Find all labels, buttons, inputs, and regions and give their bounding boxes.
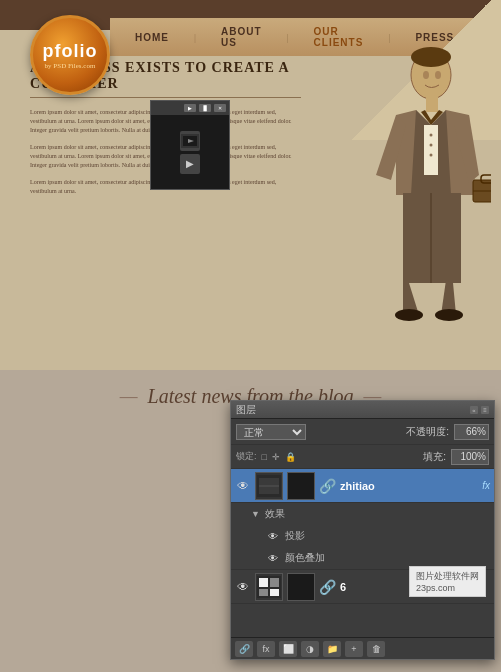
ps-mask-btn[interactable]: ⬜: [279, 641, 297, 657]
svg-point-2: [423, 71, 429, 79]
ps-collapse-btn[interactable]: «: [470, 406, 478, 414]
ps-lock-label: 锁定:: [236, 450, 257, 463]
ps-titlebar-buttons: « ≡: [470, 406, 489, 414]
ps-titlebar: 图层 « ≡: [231, 401, 494, 419]
man-illustration: [321, 35, 491, 325]
svg-rect-4: [426, 97, 438, 112]
layer-mask: [287, 472, 315, 500]
layer6-eye-icon[interactable]: 👁: [235, 579, 251, 595]
video-stop-btn[interactable]: ▐▌: [199, 104, 211, 112]
video-thumbnail-icon: [180, 131, 200, 151]
layer-eye-icon[interactable]: 👁: [235, 478, 251, 494]
video-body: ▶: [151, 115, 229, 189]
video-player: ▶ ▐▌ ✕ ▶: [150, 100, 230, 190]
ps-fx-btn[interactable]: fx: [257, 641, 275, 657]
ps-blend-mode-select[interactable]: 正常: [236, 424, 306, 440]
logo[interactable]: pfolio by PSD Files.com: [30, 15, 110, 95]
ps-delete-btn[interactable]: 🗑: [367, 641, 385, 657]
ps-lock-fill-row: 锁定: □ ✛ 🔒 填充:: [231, 445, 494, 469]
effects-row: ▼ 效果: [231, 503, 494, 525]
svg-rect-41: [270, 589, 279, 596]
ps-menu-btn[interactable]: ≡: [481, 406, 489, 414]
logo-sub: by PSD Files.com: [45, 62, 96, 70]
nav-about[interactable]: ABOUT US: [216, 24, 267, 50]
ps-opacity-label: 不透明度:: [406, 425, 449, 439]
color-overlay-eye[interactable]: 👁: [266, 551, 280, 565]
ps-blend-opacity-row: 正常 不透明度:: [231, 419, 494, 445]
ps-group-btn[interactable]: 📁: [323, 641, 341, 657]
ps-lock-checkbox[interactable]: □: [262, 452, 267, 462]
watermark-line2: 23ps.com: [416, 583, 479, 593]
svg-point-14: [395, 309, 423, 321]
ps-new-btn[interactable]: +: [345, 641, 363, 657]
svg-rect-39: [270, 578, 279, 587]
ps-link-btn[interactable]: 🔗: [235, 641, 253, 657]
svg-point-8: [430, 154, 433, 157]
effects-arrow: ▼: [251, 509, 260, 519]
ps-adj-btn[interactable]: ◑: [301, 641, 319, 657]
effects-label: 效果: [265, 507, 285, 521]
video-play-icon[interactable]: ▶: [180, 154, 200, 174]
svg-point-6: [430, 134, 433, 137]
ps-fill-label: 填充:: [423, 450, 446, 464]
layer6-thumb: [255, 573, 283, 601]
effects-group: ▼ 效果 👁 投影 👁 颜色叠加: [231, 503, 494, 570]
video-play-btn[interactable]: ▶: [184, 104, 196, 112]
svg-point-3: [435, 71, 441, 79]
layer-zhitiao[interactable]: 👁 🔗 zhitiao fx: [231, 469, 494, 503]
layer6-mask: [287, 573, 315, 601]
shadow-row: 👁 投影: [231, 525, 494, 547]
logo-text: pfolio: [43, 41, 98, 62]
watermark-line1: 图片处理软件网: [416, 570, 479, 583]
ps-panel-title: 图层: [236, 403, 256, 417]
svg-point-15: [435, 309, 463, 321]
layer-thumb: [255, 472, 283, 500]
shadow-eye[interactable]: 👁: [266, 529, 280, 543]
color-overlay-label: 颜色叠加: [285, 551, 325, 565]
ps-lock-move[interactable]: ✛: [272, 452, 280, 462]
svg-rect-40: [259, 589, 268, 596]
svg-point-1: [411, 47, 451, 67]
layer6-link-icon: 🔗: [319, 579, 336, 595]
ps-layers-panel: 图层 « ≡ 正常 不透明度: 锁定: □ ✛ 🔒 填充: 👁: [230, 400, 495, 660]
ps-opacity-input[interactable]: [454, 424, 489, 440]
video-close-btn[interactable]: ✕: [214, 104, 226, 112]
ps-fill-input[interactable]: [451, 449, 489, 465]
video-controls[interactable]: ▶ ▐▌ ✕: [151, 101, 229, 115]
nav-home[interactable]: HOME: [130, 30, 174, 45]
ps-bottom-toolbar: 🔗 fx ⬜ ◑ 📁 + 🗑: [231, 637, 494, 659]
watermark: 图片处理软件网 23ps.com: [409, 566, 486, 597]
layer-fx-icon[interactable]: fx: [482, 480, 490, 491]
website-mockup: HOME | ABOUT US | OUR CLIENTS | PRESS | …: [0, 0, 501, 370]
svg-rect-5: [424, 125, 438, 175]
svg-rect-38: [259, 578, 268, 587]
layer-link-icon: 🔗: [319, 478, 336, 494]
ps-lock-all[interactable]: 🔒: [285, 452, 296, 462]
svg-point-7: [430, 144, 433, 147]
layer-name: zhitiao: [340, 480, 478, 492]
shadow-label: 投影: [285, 529, 305, 543]
